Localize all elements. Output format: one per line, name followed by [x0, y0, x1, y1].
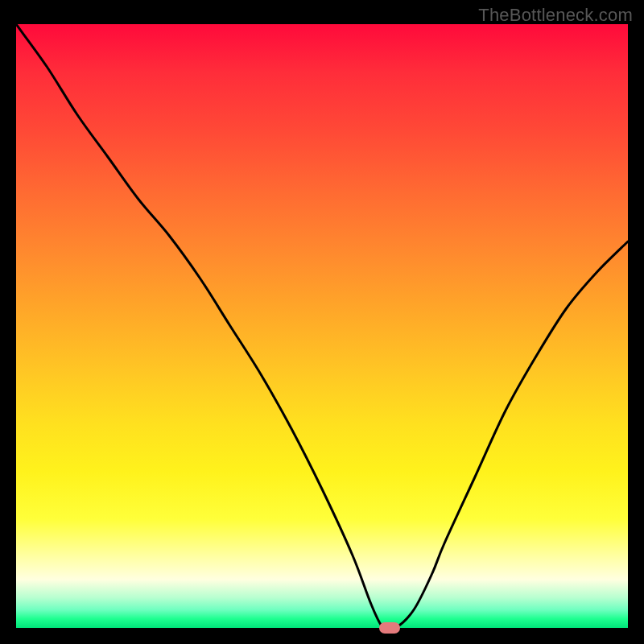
- minimum-marker: [379, 622, 400, 634]
- bottleneck-curve: [16, 24, 628, 628]
- chart-frame: TheBottleneck.com: [0, 0, 644, 644]
- watermark-text: TheBottleneck.com: [478, 5, 633, 26]
- curve-path: [16, 24, 628, 628]
